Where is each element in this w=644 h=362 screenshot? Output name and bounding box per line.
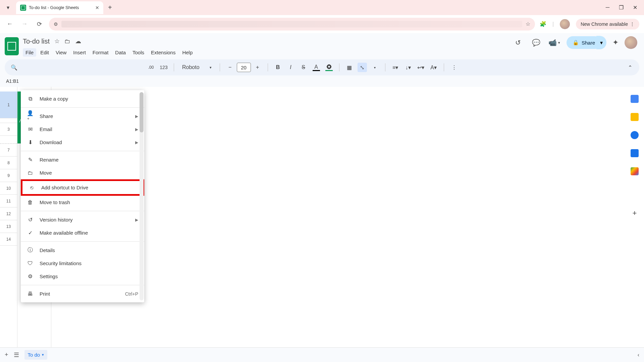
tasks-addon-icon[interactable]	[631, 131, 639, 139]
row-header-8[interactable]: 8	[0, 157, 17, 169]
comments-icon[interactable]: 💬	[530, 37, 542, 49]
bold-icon[interactable]: B	[273, 63, 283, 72]
horizontal-align-icon[interactable]: ≡▾	[391, 63, 400, 72]
increase-font-icon[interactable]: +	[253, 63, 262, 72]
fill-color-icon[interactable]: 🞈	[324, 63, 334, 72]
close-window-icon[interactable]: ✕	[633, 4, 637, 11]
back-button[interactable]: ←	[5, 19, 15, 29]
share-dropdown[interactable]: ▾	[596, 36, 606, 49]
menu-help[interactable]: Help	[179, 48, 195, 57]
bookmark-star-icon[interactable]: ☆	[526, 21, 530, 27]
forward-button[interactable]: →	[19, 19, 30, 29]
menu-move-to-trash[interactable]: 🗑 Move to trash	[21, 196, 144, 209]
row-header-10[interactable]: 10	[0, 182, 17, 195]
menu-insert[interactable]: Insert	[70, 48, 89, 57]
sheet-tab-dropdown-icon[interactable]: ▾	[42, 353, 44, 357]
google-sheets-logo[interactable]	[5, 37, 19, 55]
side-panel-toggle-icon[interactable]: ‹	[638, 352, 639, 358]
menu-rename[interactable]: ✎ Rename	[21, 153, 144, 166]
browser-tab[interactable]: To-do list - Google Sheets ✕	[16, 1, 103, 14]
text-color-icon[interactable]: A	[312, 63, 321, 72]
decrease-font-icon[interactable]: −	[225, 63, 235, 72]
menu-security-limitations[interactable]: 🛡 Security limitations	[21, 257, 144, 270]
row-header-2-collapsed[interactable]	[0, 118, 17, 123]
collapse-toolbar-icon[interactable]: ⌃	[625, 63, 635, 72]
decrease-decimal-icon[interactable]: .00	[146, 63, 156, 72]
menu-tools[interactable]: Tools	[130, 48, 147, 57]
menu-download[interactable]: ⬇ Download ▶	[21, 136, 144, 149]
corner-cell[interactable]	[0, 87, 17, 92]
menu-move[interactable]: 🗀 Move	[21, 166, 144, 179]
document-title[interactable]: To-do list	[23, 38, 50, 45]
address-bar[interactable]: ⚙ ☆	[49, 18, 535, 31]
history-icon[interactable]: ↺	[512, 37, 524, 49]
account-avatar[interactable]	[625, 36, 637, 49]
row-header-14[interactable]: 14	[0, 233, 17, 246]
extensions-icon[interactable]: 🧩	[540, 21, 546, 27]
row-header-3[interactable]: 3	[0, 123, 17, 136]
vertical-align-icon[interactable]: ↓▾	[404, 63, 413, 72]
search-menus-icon[interactable]: 🔍	[9, 63, 19, 72]
meet-button[interactable]: 📹 ▾	[548, 37, 560, 49]
menu-data[interactable]: Data	[112, 48, 128, 57]
strikethrough-icon[interactable]: S	[299, 63, 308, 72]
menu-email[interactable]: ✉ Email ▶	[21, 123, 144, 136]
add-addon-icon[interactable]: +	[633, 209, 637, 218]
new-tab-button[interactable]: +	[108, 4, 112, 11]
borders-icon[interactable]: ▦	[345, 63, 354, 72]
scrollbar-thumb[interactable]	[140, 92, 144, 132]
dropdown-scrollbar[interactable]	[140, 92, 144, 300]
share-button[interactable]: 🔒 Share	[567, 36, 601, 49]
text-rotation-icon[interactable]: A▾	[429, 63, 438, 72]
chrome-update-button[interactable]: New Chrome available ⋮	[576, 19, 639, 29]
menu-settings[interactable]: ⚙ Settings	[21, 270, 144, 283]
row-header-7[interactable]: 7	[0, 144, 17, 157]
merge-dropdown-icon[interactable]: ▾	[370, 63, 380, 72]
menu-share[interactable]: 👤⁺ Share ▶	[21, 110, 144, 123]
site-settings-icon[interactable]: ⚙	[54, 21, 58, 27]
menu-extensions[interactable]: Extensions	[148, 48, 178, 57]
menu-make-available-offline[interactable]: ✓ Make available offline	[21, 226, 144, 239]
row-header-11[interactable]: 11	[0, 195, 17, 207]
merge-cells-icon[interactable]: ⤡	[358, 63, 367, 72]
row-header-1[interactable]: 1	[0, 92, 17, 118]
text-wrap-icon[interactable]: ↩▾	[416, 63, 426, 72]
maps-addon-icon[interactable]	[631, 167, 639, 175]
format-as-number[interactable]: 123	[159, 63, 168, 72]
contacts-addon-icon[interactable]	[631, 149, 639, 157]
menu-print[interactable]: 🖶 Print Ctrl+P	[21, 287, 144, 300]
menu-divider	[21, 285, 144, 285]
menu-add-shortcut-to-drive[interactable]: ⎋ Add shortcut to Drive	[22, 181, 143, 194]
add-sheet-button[interactable]: +	[5, 351, 8, 358]
reload-button[interactable]: ⟳	[34, 19, 44, 29]
italic-icon[interactable]: I	[286, 63, 296, 72]
star-icon[interactable]: ☆	[54, 38, 60, 45]
menu-file[interactable]: File	[23, 48, 36, 57]
profile-avatar[interactable]	[560, 19, 570, 29]
close-tab-icon[interactable]: ✕	[95, 5, 99, 10]
menu-version-history[interactable]: ↺ Version history ▶	[21, 213, 144, 226]
row-collapse-indicator[interactable]	[0, 136, 17, 144]
font-size-input[interactable]	[237, 63, 251, 72]
move-folder-icon[interactable]: 🗀	[64, 38, 70, 45]
cloud-status-icon[interactable]: ☁	[75, 38, 81, 45]
name-box[interactable]: A1:B1	[5, 78, 35, 84]
more-toolbar-icon[interactable]: ⋮	[449, 63, 459, 72]
menu-view[interactable]: View	[53, 48, 69, 57]
menu-details[interactable]: ⓘ Details	[21, 244, 144, 257]
tab-search-dropdown[interactable]: ▾	[3, 3, 13, 12]
minimize-icon[interactable]: ─	[606, 4, 609, 11]
row-header-13[interactable]: 13	[0, 220, 17, 233]
menu-edit[interactable]: Edit	[38, 48, 52, 57]
maximize-icon[interactable]: ❐	[619, 4, 624, 11]
sheet-tab-todo[interactable]: To do ▾	[24, 350, 48, 360]
font-family-selector[interactable]: Roboto ▾	[179, 63, 214, 72]
row-header-12[interactable]: 12	[0, 207, 17, 220]
all-sheets-button[interactable]: ☰	[14, 351, 19, 359]
menu-make-a-copy[interactable]: ⧉ Make a copy	[21, 92, 144, 105]
menu-format[interactable]: Format	[90, 48, 111, 57]
gemini-icon[interactable]: ✦	[612, 38, 619, 47]
row-header-9[interactable]: 9	[0, 169, 17, 182]
keep-addon-icon[interactable]	[631, 113, 639, 121]
calendar-addon-icon[interactable]	[631, 95, 639, 103]
